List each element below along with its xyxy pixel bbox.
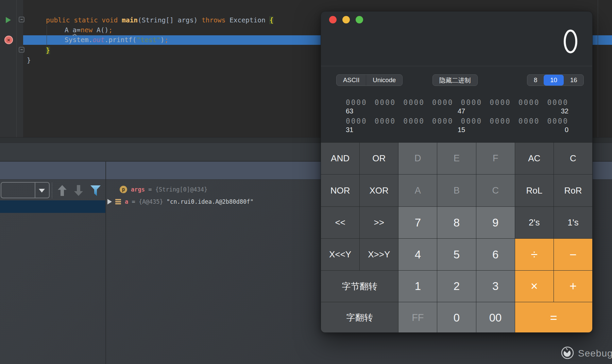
calc-key-hex-d: D: [398, 143, 437, 174]
parameter-icon: p: [120, 186, 127, 193]
bit-group[interactable]: 0000: [403, 98, 425, 107]
chevron-down-icon[interactable]: [39, 189, 45, 193]
arrow-up-icon[interactable]: [57, 185, 67, 198]
code-token: =: [76, 26, 81, 34]
calc-key-xor[interactable]: XOR: [360, 175, 398, 206]
base-option-base-8[interactable]: 8: [527, 75, 544, 86]
base-option-base-10[interactable]: 10: [544, 75, 564, 86]
calc-key-and[interactable]: AND: [321, 143, 359, 174]
calc-key-multiply[interactable]: ×: [515, 271, 554, 302]
calc-key-twos-complement[interactable]: 2's: [515, 207, 554, 238]
thread-selector-combo[interactable]: [1, 182, 50, 198]
calc-key-4[interactable]: 4: [398, 239, 437, 270]
bit-group[interactable]: 0000: [461, 98, 482, 107]
calc-key-2[interactable]: 2: [437, 271, 476, 302]
calc-key-rol[interactable]: RoL: [515, 175, 554, 206]
calc-display: [563, 29, 578, 55]
display-divider: [321, 66, 592, 66]
bit-group[interactable]: 0000: [518, 117, 540, 125]
code-token: Exception: [230, 16, 269, 24]
bit-group[interactable]: 0000: [461, 117, 482, 125]
calc-key-hex-f: F: [476, 143, 515, 174]
bit-group[interactable]: 0000: [490, 98, 511, 107]
minimize-button[interactable]: [342, 16, 350, 23]
bit-group[interactable]: 0000: [346, 117, 367, 125]
calc-key-clear[interactable]: C: [554, 143, 592, 174]
variable-row[interactable]: a = {A@435} "cn.rui0.idea.A@2b80d80f": [107, 197, 254, 207]
bit-group[interactable]: 0000: [547, 117, 568, 125]
binary-toggle-button[interactable]: 隐藏二进制: [432, 74, 478, 86]
bit-group[interactable]: 0000: [375, 117, 396, 125]
bit-labels: 31150: [346, 126, 568, 134]
bit-group[interactable]: 0000: [547, 98, 568, 107]
bit-group[interactable]: 0000: [518, 98, 540, 107]
calc-key-ac[interactable]: AC: [515, 143, 554, 174]
close-button[interactable]: [329, 16, 337, 23]
bit-group[interactable]: 0000: [432, 117, 454, 125]
calc-key-divide[interactable]: ÷: [515, 239, 554, 270]
calc-key-minus[interactable]: −: [554, 239, 592, 270]
selected-frame-row[interactable]: [0, 200, 105, 213]
binary-toggle-label: 隐藏二进制: [433, 75, 477, 86]
variable-row[interactable]: pargs = {String[0]@434}: [120, 184, 207, 195]
encoding-option-ascii[interactable]: ASCII: [337, 75, 366, 86]
calc-key-shift-left[interactable]: <<: [321, 207, 359, 238]
code-token: ;: [108, 26, 113, 34]
code-token: new: [81, 26, 92, 34]
bit-group[interactable]: 0000: [375, 98, 396, 107]
code-token: "test": [136, 36, 160, 44]
variable-string-value: "cn.rui0.idea.A@2b80d80f": [167, 198, 254, 205]
calc-key-word-flip[interactable]: 字翻转: [321, 302, 398, 333]
code-token: }: [46, 47, 50, 54]
filter-icon[interactable]: [90, 185, 101, 198]
calc-key-double-zero[interactable]: 00: [476, 302, 515, 333]
calc-key-or[interactable]: OR: [360, 143, 398, 174]
calc-key-shift-right[interactable]: >>: [360, 207, 398, 238]
expand-arrow-icon[interactable]: [107, 199, 112, 204]
calc-key-equals[interactable]: =: [515, 302, 592, 333]
calc-key-ror[interactable]: RoR: [554, 175, 592, 206]
calculator-window: ASCIIUnicode 隐藏二进制 81016 000000000000000…: [321, 11, 593, 333]
calc-key-x-shr-y[interactable]: X>>Y: [360, 239, 398, 270]
calc-key-6[interactable]: 6: [476, 239, 515, 270]
panel-divider[interactable]: [105, 161, 106, 364]
bit-row: 00000000000000000000000000000000634732: [346, 98, 568, 115]
calc-key-1[interactable]: 1: [398, 271, 437, 302]
calc-key-7[interactable]: 7: [398, 207, 437, 238]
code-line: }: [27, 56, 31, 65]
bit-index-label: 47: [458, 107, 465, 115]
encoding-option-unicode[interactable]: Unicode: [366, 75, 402, 86]
code-token: {: [269, 16, 273, 24]
code-line: }: [46, 46, 50, 55]
calc-key-5[interactable]: 5: [437, 239, 476, 270]
arrow-down-icon[interactable]: [73, 185, 84, 198]
bit-group[interactable]: 0000: [403, 117, 425, 125]
code-token: .printf(: [104, 36, 136, 44]
bit-index-label: 32: [561, 107, 568, 115]
code-token: out: [92, 36, 104, 44]
calc-key-3[interactable]: 3: [476, 271, 515, 302]
calc-key-0[interactable]: 0: [437, 302, 476, 333]
code-token: A(): [92, 26, 108, 34]
bit-group[interactable]: 0000: [346, 98, 367, 107]
variable-reference: {A@435}: [139, 198, 167, 205]
calc-key-plus[interactable]: +: [554, 271, 592, 302]
calc-key-byte-flip[interactable]: 字节翻转: [321, 271, 398, 302]
calc-key-8[interactable]: 8: [437, 207, 476, 238]
calc-key-9[interactable]: 9: [476, 207, 515, 238]
calc-key-hex-a: A: [398, 175, 437, 206]
calc-key-x-shl-y[interactable]: X<<Y: [321, 239, 359, 270]
base-option-base-16[interactable]: 16: [564, 75, 584, 86]
bit-group[interactable]: 0000: [490, 117, 511, 125]
calc-key-nor[interactable]: NOR: [321, 175, 359, 206]
seebug-wordmark: Seebug: [578, 348, 612, 359]
calc-key-hex-b: B: [437, 175, 476, 206]
zoom-button[interactable]: [356, 16, 363, 23]
bit-group[interactable]: 0000: [432, 98, 454, 107]
calc-key-ones-complement[interactable]: 1's: [554, 207, 592, 238]
code-line: A a=new A();: [65, 25, 113, 35]
bit-row: 0000000000000000000000000000000031150: [346, 117, 568, 134]
bit-groups: 00000000000000000000000000000000: [346, 98, 568, 107]
code-token: public static void: [46, 16, 122, 24]
calc-key-ff: FF: [398, 302, 437, 333]
